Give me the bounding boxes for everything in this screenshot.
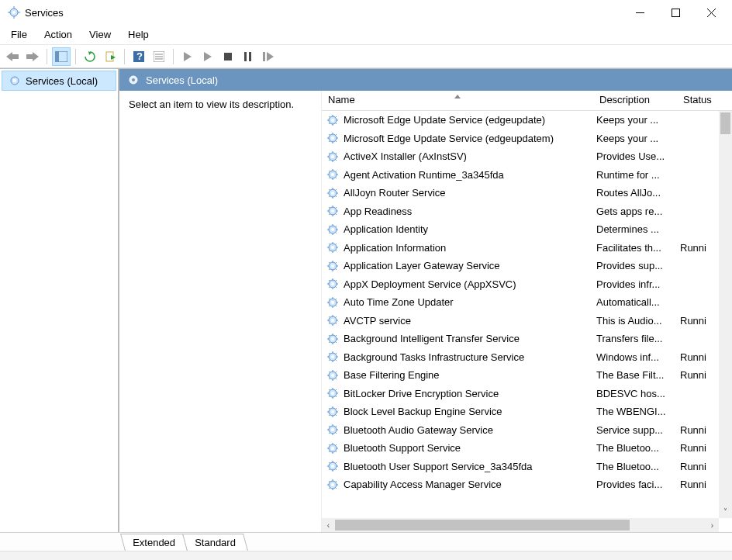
service-row[interactable]: Bluetooth Audio Gateway ServiceService s… [322,421,732,440]
service-row[interactable]: Background Intelligent Transfer ServiceT… [322,330,732,348]
content-header-label: Services (Local) [146,74,218,86]
svg-point-56 [331,155,334,158]
svg-line-62 [336,159,337,161]
service-row[interactable]: Application IdentityDetermines ... [322,220,732,239]
scroll-thumb[interactable] [335,520,630,531]
gear-icon [326,369,339,382]
scroll-left-icon[interactable]: ‹ [322,518,335,532]
maximize-button[interactable] [658,0,693,25]
refresh-button[interactable] [81,47,99,66]
service-row[interactable]: Background Tasks Infrastructure ServiceW… [322,348,732,367]
tab-standard[interactable]: Standard [182,534,248,551]
service-row[interactable]: Capability Access Manager ServiceProvide… [322,475,732,494]
column-description[interactable]: Description [593,91,677,110]
vertical-scrollbar[interactable]: ˄ ˅ [719,111,732,518]
forward-button[interactable] [23,47,42,66]
svg-line-61 [329,153,330,154]
svg-line-63 [329,159,330,161]
service-row[interactable]: AllJoyn Router ServiceRoutes AllJo... [322,184,732,202]
export-list-button[interactable] [101,47,119,66]
svg-point-236 [331,483,334,486]
properties-button[interactable] [150,47,168,66]
minimize-button[interactable] [622,0,658,25]
svg-line-183 [329,378,330,379]
service-row[interactable]: Base Filtering EngineThe Base Filt...Run… [322,366,732,385]
svg-marker-24 [204,52,212,61]
nav-services-local[interactable]: Services (Local) [2,71,116,91]
close-button[interactable] [693,0,729,25]
service-name: Application Identity [344,223,596,235]
svg-line-42 [336,123,337,124]
column-status[interactable]: Status [677,91,723,110]
pause-service-button[interactable] [239,47,257,66]
service-description: Provides sup... [596,260,680,271]
service-status: Runni [680,442,719,454]
menu-help[interactable]: Help [120,26,157,43]
service-row[interactable]: AVCTP serviceThis is Audio...Runni [322,312,732,330]
back-button[interactable] [3,47,22,66]
view-tabs: Extended Standard [0,532,732,551]
horizontal-scrollbar[interactable]: ‹ › [322,518,719,532]
show-hide-tree-button[interactable] [52,47,71,66]
start-service-alt-button[interactable] [199,47,217,66]
svg-point-66 [331,173,334,176]
gear-icon [127,74,140,86]
svg-line-43 [329,123,330,124]
gear-icon [326,187,339,199]
service-name: Background Tasks Infrastructure Service [344,351,596,363]
service-name: Microsoft Edge Update Service (edgeupdat… [344,133,596,144]
service-row[interactable]: Application InformationFacilitates th...… [322,239,732,258]
service-row[interactable]: Bluetooth Support ServiceThe Bluetoo...R… [322,439,732,458]
svg-line-201 [329,408,330,410]
column-status-label: Status [683,94,712,105]
service-row[interactable]: ActiveX Installer (AxInstSV)Provides Use… [322,147,732,166]
svg-line-54 [336,134,337,136]
svg-point-106 [331,246,334,249]
service-row[interactable]: Microsoft Edge Update Service (edgeupdat… [322,111,732,130]
svg-line-202 [336,414,337,416]
svg-line-72 [336,178,337,179]
stop-service-button[interactable] [219,47,237,66]
menu-action[interactable]: Action [36,26,80,43]
service-row[interactable]: Bluetooth User Support Service_3a345fdaT… [322,458,732,476]
menu-file[interactable]: File [3,26,35,43]
service-row[interactable]: Auto Time Zone UpdaterAutomaticall... [322,293,732,312]
svg-line-123 [329,268,330,270]
svg-point-126 [331,282,334,285]
restart-service-button[interactable] [259,47,278,66]
svg-line-113 [329,251,330,252]
scroll-thumb[interactable] [720,112,730,134]
service-row[interactable]: Microsoft Edge Update Service (edgeupdat… [322,130,732,148]
svg-line-114 [336,244,337,245]
svg-line-191 [329,389,330,391]
help-button[interactable]: ? [129,47,148,66]
service-row[interactable]: Block Level Backup Engine ServiceThe WBE… [322,403,732,421]
content-body: Select an item to view its description. … [119,91,732,532]
column-name[interactable]: Name [322,91,593,110]
svg-line-134 [336,280,337,282]
svg-line-163 [329,341,330,343]
column-name-label: Name [328,94,355,105]
svg-marker-34 [454,95,461,99]
tab-extended[interactable]: Extended [120,534,188,551]
menubar: File Action View Help [0,25,732,45]
start-service-button[interactable] [178,47,197,66]
service-row[interactable]: BitLocker Drive Encryption ServiceBDESVC… [322,385,732,403]
svg-point-31 [13,79,16,82]
service-description: Determines ... [596,223,680,235]
service-row[interactable]: Agent Activation Runtime_3a345fdaRuntime… [322,166,732,185]
svg-line-73 [329,178,330,179]
service-row[interactable]: AppX Deployment Service (AppXSVC)Provide… [322,275,732,294]
content-header: Services (Local) [119,69,732,91]
menu-view[interactable]: View [81,26,119,43]
service-status: Runni [680,369,719,381]
gear-icon [326,314,339,327]
svg-point-206 [331,428,334,431]
service-row[interactable]: Application Layer Gateway ServiceProvide… [322,257,732,275]
service-row[interactable]: App ReadinessGets apps re... [322,202,732,221]
scroll-down-icon[interactable]: ˅ [719,505,732,518]
scroll-right-icon[interactable]: › [706,518,719,532]
svg-line-132 [336,287,337,289]
svg-line-241 [329,481,330,482]
svg-line-214 [336,426,337,427]
